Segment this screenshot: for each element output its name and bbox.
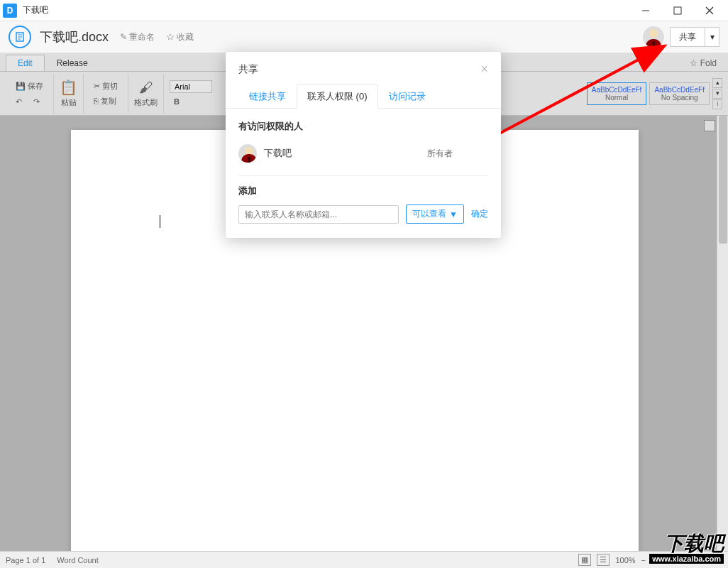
document-actions: ✎ 重命名 ☆ 收藏 [120, 31, 202, 43]
modal-body: 有访问权限的人 下载吧 所有者 添加 可以查看▼ 确定 [226, 109, 501, 238]
modal-tabs: 链接共享 联系人权限 (0) 访问记录 [226, 84, 501, 109]
zoom-thumb[interactable] [655, 557, 662, 564]
section-add: 添加 [238, 185, 488, 197]
divider [238, 175, 488, 176]
chevron-down-icon: ▼ [449, 209, 458, 219]
tab-link-share[interactable]: 链接共享 [238, 84, 297, 109]
scrollbar-thumb[interactable] [719, 116, 727, 244]
permission-label: 可以查看 [412, 208, 446, 220]
page-indicator[interactable]: Page 1 of 1 [6, 556, 45, 564]
add-person-row: 可以查看▼ 确定 [238, 204, 488, 224]
app-title: 下载吧 [23, 4, 629, 16]
vertical-scrollbar[interactable] [717, 116, 728, 551]
word-count[interactable]: Word Count [57, 556, 99, 564]
person-name: 下载吧 [264, 147, 292, 160]
document-icon [9, 26, 31, 48]
app-icon: D [3, 4, 17, 18]
person-row: 下载吧 所有者 [238, 140, 488, 167]
modal-header: 共享 × [226, 52, 501, 84]
window-controls [629, 0, 725, 21]
rename-label: 重命名 [129, 32, 155, 42]
svg-rect-1 [674, 7, 681, 14]
sidebar-toggle[interactable] [704, 120, 715, 131]
share-button[interactable]: 共享 [670, 27, 705, 47]
document-title: 下载吧.docx [40, 28, 109, 45]
zoom-slider[interactable] [651, 559, 722, 562]
rename-action[interactable]: ✎ 重命名 [120, 32, 155, 42]
contact-input[interactable] [238, 205, 399, 224]
zoom-level[interactable]: 100% [615, 556, 635, 564]
modal-title: 共享 [238, 63, 480, 76]
person-avatar [238, 144, 257, 163]
maximize-button[interactable] [661, 0, 693, 21]
section-who-has-access: 有访问权限的人 [238, 120, 488, 133]
view-layout-icon[interactable]: ▦ [578, 554, 591, 566]
tab-visit-log[interactable]: 访问记录 [378, 84, 436, 109]
view-outline-icon[interactable]: ☰ [597, 554, 610, 566]
person-role: 所有者 [427, 148, 453, 160]
favorite-action[interactable]: ☆ 收藏 [166, 32, 194, 42]
share-modal: 共享 × 链接共享 联系人权限 (0) 访问记录 有访问权限的人 下载吧 所有者… [226, 52, 501, 238]
header-right: 共享 ▾ [643, 26, 719, 48]
share-dropdown[interactable]: ▾ [705, 27, 719, 47]
minimize-button[interactable] [629, 0, 661, 21]
permission-select[interactable]: 可以查看▼ [406, 204, 464, 224]
status-right: ▦ ☰ 100% − [578, 554, 722, 566]
zoom-out-button[interactable]: − [641, 556, 646, 564]
titlebar: D 下载吧 [0, 0, 728, 21]
user-avatar[interactable] [643, 26, 664, 48]
favorite-label: 收藏 [177, 32, 194, 42]
close-button[interactable] [693, 0, 725, 21]
statusbar: Page 1 of 1 Word Count ▦ ☰ 100% − [0, 551, 728, 568]
text-cursor [160, 215, 160, 228]
modal-close-button[interactable]: × [480, 62, 488, 77]
tab-contacts-permission[interactable]: 联系人权限 (0) [297, 84, 378, 109]
document-header: 下载吧.docx ✎ 重命名 ☆ 收藏 共享 ▾ [0, 21, 728, 53]
confirm-button[interactable]: 确定 [471, 208, 488, 220]
